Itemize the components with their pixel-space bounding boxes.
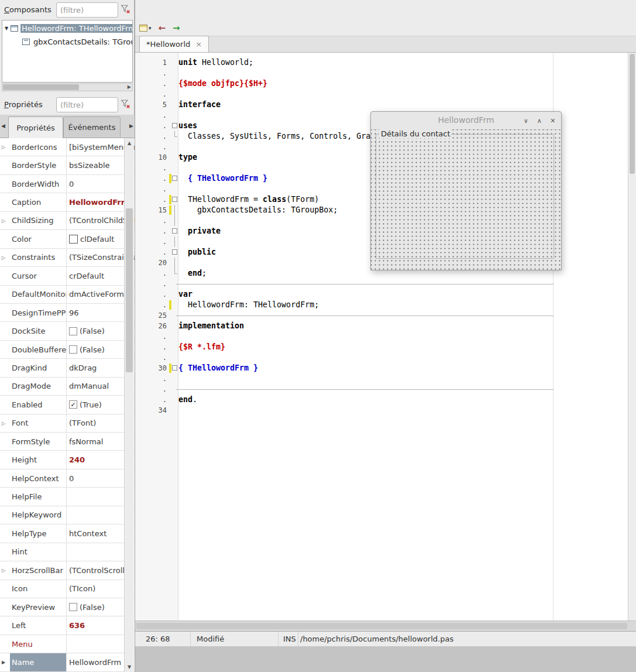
window-shade-icon[interactable]: ∨ — [524, 117, 528, 125]
tabs-scroll-right-icon[interactable]: ▶ — [129, 123, 133, 129]
code-line[interactable]: . — [135, 279, 620, 289]
code-line[interactable]: . — [135, 352, 620, 363]
close-tab-icon[interactable]: × — [195, 40, 202, 49]
property-row[interactable]: Icon(TIcon) — [0, 580, 135, 598]
property-row[interactable]: ColorclDefault — [0, 230, 135, 248]
property-name[interactable]: BorderStyle — [10, 156, 67, 174]
property-row[interactable]: HelpContext0 — [0, 469, 135, 488]
property-row[interactable]: ▷ChildSizing(TControlChildSizing) — [0, 212, 135, 230]
code-line[interactable]: 1unit Helloworld; — [135, 57, 620, 68]
property-name[interactable]: ChildSizing — [10, 212, 67, 229]
property-name[interactable]: Cursor — [10, 267, 67, 284]
vscrollbar-thumb[interactable] — [630, 54, 635, 174]
code-line[interactable]: .end. — [135, 395, 620, 405]
window-close-icon[interactable]: × — [551, 116, 555, 125]
property-name[interactable]: HelpType — [10, 524, 67, 542]
expand-property-icon[interactable]: ▷ — [2, 420, 5, 426]
hscrollbar-thumb[interactable] — [136, 623, 627, 629]
code-line[interactable]: 30{ THellowordFrm } — [135, 363, 620, 373]
property-row[interactable]: FormStylefsNormal — [0, 433, 135, 451]
code-line[interactable]: .{$mode objfpc}{$H+} — [135, 78, 620, 89]
tab-evenements[interactable]: Événements — [63, 116, 121, 138]
components-tree-hscrollbar[interactable]: ▶ — [2, 83, 133, 91]
property-name[interactable]: Caption — [10, 193, 67, 211]
property-row[interactable]: ▷HorzScrollBar(TControlScrollBar) — [0, 561, 135, 580]
property-row[interactable]: ▷Constraints(TSizeConstraints) — [0, 249, 135, 267]
property-name[interactable]: DefaultMonitor — [10, 286, 67, 303]
checkbox[interactable] — [69, 327, 77, 335]
property-name[interactable]: Font — [10, 414, 67, 432]
property-name[interactable]: DoubleBuffered — [10, 341, 67, 358]
code-line[interactable]: 34 — [135, 405, 620, 416]
property-row[interactable]: Enabled✓(True) — [0, 396, 135, 414]
tab-helloworld[interactable]: *Helloworld × — [139, 36, 209, 52]
code-line[interactable]: . — [135, 89, 620, 100]
expand-property-icon[interactable]: ▷ — [2, 255, 5, 260]
expand-property-icon[interactable]: ▷ — [2, 218, 5, 223]
components-tree-item[interactable]: gbxContactsDetails: TGroupBox — [2, 34, 132, 47]
components-filter-input[interactable] — [56, 2, 118, 18]
groupbox-contacts-details[interactable]: Détails du contact — [376, 134, 554, 259]
property-row[interactable]: DragKinddkDrag — [0, 359, 135, 377]
scroll-right-icon[interactable]: ▶ — [128, 84, 131, 90]
property-name[interactable]: FormStyle — [10, 433, 67, 450]
fold-marker-icon[interactable] — [172, 197, 177, 202]
window-unshade-icon[interactable]: ∧ — [537, 117, 542, 125]
property-name[interactable]: Left — [10, 616, 67, 634]
code-line[interactable]: 25 — [135, 310, 620, 321]
property-name[interactable]: Name — [10, 653, 67, 671]
fold-marker-icon[interactable] — [172, 365, 177, 371]
property-row[interactable]: DockSite(False) — [0, 322, 135, 340]
inspector-scrollbar[interactable]: ▲ ▼ — [124, 138, 134, 672]
property-row[interactable]: DragModedmManual — [0, 378, 135, 396]
checkbox[interactable] — [69, 603, 77, 611]
form-design-surface[interactable]: Détails du contact — [371, 129, 561, 270]
property-name[interactable]: HelpKeyword — [10, 506, 67, 524]
property-name[interactable]: BorderWidth — [10, 175, 67, 193]
code-line[interactable]: .var — [135, 289, 620, 300]
property-row[interactable]: ▶NameHellowordFrm — [0, 653, 135, 671]
code-line[interactable]: 26implementation — [135, 321, 620, 331]
property-row[interactable]: CaptionHellowordFrm — [0, 193, 135, 211]
property-row[interactable]: BorderStylebsSizeable — [0, 156, 135, 174]
code-line[interactable]: . — [135, 384, 620, 395]
tree-expander-icon[interactable]: ▼ — [2, 26, 11, 31]
designer-titlebar[interactable]: HellowordFrm ∨ ∧ × — [371, 112, 561, 130]
components-tree-item[interactable]: ▼HellowordFrm: THellowordFrm — [2, 20, 132, 34]
property-name[interactable]: DragMode — [10, 378, 67, 395]
property-row[interactable]: DefaultMonitordmActiveForm — [0, 286, 135, 304]
expand-property-icon[interactable]: ▷ — [2, 568, 5, 573]
property-name[interactable]: Color — [10, 230, 67, 248]
scroll-down-icon[interactable]: ▼ — [125, 664, 134, 670]
property-row[interactable]: DesignTimePPI96 — [0, 304, 135, 322]
property-name[interactable]: Menu — [10, 635, 67, 653]
hscrollbar-thumb[interactable] — [3, 84, 79, 90]
property-name[interactable]: Constraints — [10, 249, 67, 266]
property-row[interactable]: ▷BorderIcons[biSystemMenu,biMinimize,biM… — [0, 138, 135, 156]
property-row[interactable]: HelpKeyword — [0, 506, 135, 524]
checkbox[interactable]: ✓ — [69, 400, 77, 409]
form-designer-window[interactable]: HellowordFrm ∨ ∧ × Détails du contact — [370, 111, 562, 270]
navigate-forward-button[interactable]: → — [173, 23, 180, 33]
property-name[interactable]: DesignTimePPI — [10, 304, 67, 321]
code-line[interactable]: . — [135, 68, 620, 78]
property-row[interactable]: Height240 — [0, 451, 135, 469]
fold-marker-icon[interactable] — [172, 228, 177, 234]
checkbox[interactable] — [69, 345, 77, 354]
code-line[interactable]: . — [135, 373, 620, 384]
navigate-back-button[interactable]: ← — [159, 23, 166, 33]
property-name[interactable]: BorderIcons — [10, 138, 67, 156]
code-line[interactable]: 5interface — [135, 100, 620, 110]
property-name[interactable]: HelpFile — [10, 488, 67, 505]
property-row[interactable]: HelpFile — [0, 488, 135, 506]
property-row[interactable]: CursorcrDefault — [0, 267, 135, 285]
property-row[interactable]: KeyPreview(False) — [0, 598, 135, 616]
property-row[interactable]: DoubleBuffered(False) — [0, 341, 135, 359]
property-row[interactable]: ▷Font(TFont) — [0, 414, 135, 433]
tabs-scroll-left-icon[interactable]: ◀ — [1, 123, 5, 129]
property-name[interactable]: DragKind — [10, 359, 67, 376]
code-line[interactable]: .{$R *.lfm} — [135, 342, 620, 352]
fold-marker-icon[interactable] — [172, 249, 177, 255]
property-name[interactable]: HelpContext — [10, 469, 67, 487]
components-filter-clear-button[interactable] — [119, 4, 132, 16]
